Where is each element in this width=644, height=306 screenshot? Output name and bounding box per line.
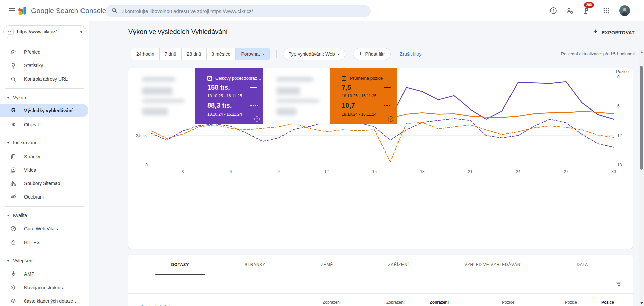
tab-zem[interactable]: ZEMĚ	[321, 255, 333, 275]
column-header-zobrazen-2[interactable]: Zobrazení	[430, 300, 449, 305]
sidebar-item-label: často kladených dotaze…	[24, 298, 78, 304]
google-apps-grid-button[interactable]	[600, 4, 613, 17]
card-total-impressions[interactable]: ✓ Celkový počet zobraz… 158 tis. 18.10.2…	[195, 68, 263, 124]
sidebar-item-p-ehled[interactable]: Přehled	[0, 46, 88, 58]
column-header-zobrazen-0[interactable]: Zobrazení	[323, 300, 341, 305]
position-checkbox[interactable]: ✓	[342, 76, 346, 81]
solid-line-legend-icon	[250, 87, 257, 88]
sidebar-item-odebr-n[interactable]: Odebrání	[0, 190, 88, 203]
scrollbar-down-arrow[interactable]	[640, 302, 643, 304]
card-total-clicks-blurred[interactable]	[128, 68, 195, 124]
sidebar-item-asto-kladen-ch-dotaze[interactable]: často kladených dotaze…	[0, 295, 88, 306]
impressions-checkbox[interactable]: ✓	[207, 76, 212, 81]
card-average-position[interactable]: ✓ Průměrná pozice 7,5 18.10.25 - 16.11.2…	[330, 68, 397, 124]
add-filter-label: Přidat filtr	[365, 51, 385, 57]
sidebar-section-v-kon[interactable]: ▾Výkon	[0, 94, 88, 102]
scrollbar-thumb[interactable]	[640, 66, 643, 170]
date-range-chip-28-dn[interactable]: 28 dnů	[182, 48, 207, 60]
reset-filters-link[interactable]: Zrušit filtry	[400, 48, 422, 60]
filter-separator	[276, 50, 277, 58]
plus-icon: +	[359, 51, 362, 57]
url-inspection-searchbox[interactable]	[106, 5, 371, 17]
notification-badge: 200	[584, 2, 594, 8]
export-label: EXPORTOVAT	[602, 30, 635, 35]
lock-icon	[10, 239, 17, 246]
sidebar-item-soubory-sitemap[interactable]: Soubory Sitemap	[0, 177, 88, 190]
active-tab-underline	[155, 274, 205, 275]
tab-data[interactable]: DATA	[577, 255, 588, 275]
dimensions-panel: DOTAZYSTRÁNKYZEMĚZAŘÍZENÍVZHLED VE VYHLE…	[128, 255, 633, 306]
position-previous-value: 10,7	[342, 102, 355, 110]
sidebar-item-core-web-vitals[interactable]: Core Web Vitals	[0, 222, 88, 235]
sidebar-item-label: Navigační struktura	[24, 285, 65, 290]
performance-panel: ✓ Celkový počet zobraz… 158 tis. 18.10.2…	[128, 68, 633, 249]
section-collapse-icon: ▾	[7, 214, 9, 217]
sidebar-item-label: Odebrání	[24, 194, 44, 200]
table-filter-icon[interactable]	[615, 280, 622, 287]
sidebar-item-statistiky[interactable]: Statistiky	[0, 59, 88, 72]
property-selector[interactable]: CIKR https://www.cikr.cz/ ▾	[3, 25, 87, 38]
right-axis-tick: 0	[617, 75, 620, 79]
bolt-icon	[10, 271, 17, 277]
card-average-ctr-blurred[interactable]	[263, 68, 330, 124]
date-range-chip-7-dn[interactable]: 7 dnů	[160, 48, 182, 60]
column-header-pozice-5[interactable]: Pozice	[601, 300, 614, 305]
help-button[interactable]: ?	[547, 4, 560, 17]
help-icon[interactable]: ?	[254, 116, 260, 122]
sidebar-section-vylep-en[interactable]: ▾Vylepšení	[0, 257, 88, 265]
sidebar: CIKR https://www.cikr.cz/ ▾ PřehledStati…	[0, 21, 89, 306]
date-range-chip-3-m-s-ce[interactable]: 3 měsíce	[207, 48, 236, 60]
product-title-primary: Google	[31, 7, 54, 14]
date-range-chip-24-hodin[interactable]: 24 hodin	[131, 48, 160, 60]
tab-dotazy[interactable]: DOTAZY	[171, 255, 189, 275]
sidebar-item-naviga-n-struktura[interactable]: Navigační struktura	[0, 281, 88, 294]
sidebar-item-https[interactable]: HTTPS	[0, 236, 88, 249]
sidebar-item-str-nky[interactable]: Stránky	[0, 150, 88, 163]
sidebar-item-videa[interactable]: Videa	[0, 164, 88, 176]
app-window: Google Search Console ?	[0, 0, 644, 306]
right-axis-tick: 6	[617, 104, 620, 108]
url-inspection-input[interactable]	[122, 8, 365, 14]
sidebar-item-v-sledky-vyhled-v-n[interactable]: GVýsledky vyhledávání	[0, 104, 88, 117]
section-collapse-icon: ▾	[7, 259, 9, 263]
blurred-text	[276, 77, 313, 82]
search-icon	[111, 7, 118, 15]
tab-vzhled-ve-vyhled-v-n[interactable]: VZHLED VE VYHLEDÁVÁNÍ	[465, 255, 522, 275]
tab-str-nky[interactable]: STRÁNKY	[245, 255, 265, 275]
g-icon: G	[10, 107, 17, 114]
eye-off-icon	[10, 193, 17, 200]
add-filter-chip[interactable]: + Přidat filtr	[353, 48, 391, 60]
column-header-pozice-3[interactable]: Pozice	[502, 300, 514, 305]
position-current-range: 18.10.25 - 16.11.25	[342, 94, 376, 98]
export-button[interactable]: EXPORTOVAT	[592, 29, 635, 36]
sidebar-item-label: HTTPS	[24, 239, 40, 245]
sidebar-item-label: Core Web Vitals	[24, 226, 58, 231]
sidebar-item-label: Objevit	[24, 122, 39, 127]
right-axis-title: Pozice	[616, 69, 629, 74]
lightbulb-icon	[10, 62, 17, 69]
search-type-filter-chip[interactable]: Typ vyhledávání: Web ▾	[283, 48, 345, 60]
x-axis-tick: 3	[182, 169, 184, 174]
column-header-pozice-4[interactable]: Pozice	[565, 300, 577, 305]
sidebar-section-kvalita[interactable]: ▾Kvalita	[0, 211, 88, 219]
compare-chip[interactable]: Porovnat▾	[236, 48, 270, 60]
sidebar-item-label: Statistiky	[24, 63, 43, 68]
avatar[interactable]	[619, 5, 630, 16]
chevron-down-icon: ▾	[338, 52, 339, 56]
hamburger-menu-button[interactable]	[5, 4, 19, 17]
scrollbar-up-arrow[interactable]	[640, 51, 643, 53]
download-icon	[592, 29, 598, 36]
user-settings-button[interactable]	[563, 4, 576, 17]
sidebar-item-objevit[interactable]: ✱Objevit	[0, 118, 88, 131]
sidebar-section-indexov-n[interactable]: ▾Indexování	[0, 139, 88, 147]
impressions-current-value: 158 tis.	[207, 84, 230, 91]
product-title-secondary: Search Console	[56, 7, 106, 14]
table-row-label-partial: Nejčastější dotazy	[141, 304, 177, 306]
sidebar-item-kontrola-adresy-url[interactable]: Kontrola adresy URL	[0, 73, 88, 85]
column-header-zobrazen-1[interactable]: Zobrazení	[386, 300, 405, 305]
sidebar-item-label: Stránky	[24, 154, 40, 159]
tab-za-zen[interactable]: ZAŘÍZENÍ	[388, 255, 409, 275]
help-icon[interactable]: ?	[388, 116, 393, 122]
page-title: Výkon ve výsledcích Vyhledávání	[128, 28, 228, 36]
sidebar-item-amp[interactable]: AMP	[0, 268, 88, 280]
